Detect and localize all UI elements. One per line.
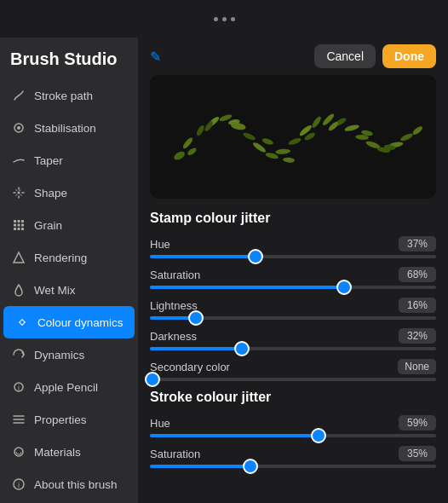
slider-value-stamp-sliders-2: 16%	[399, 298, 436, 313]
dot-2	[222, 17, 227, 21]
slider-track-stamp-sliders-1[interactable]	[150, 286, 436, 289]
slider-track-stroke-sliders-1[interactable]	[150, 465, 436, 468]
slider-thumb-stamp-sliders-2[interactable]	[188, 310, 204, 326]
sidebar-item-label-dynamics: Dynamics	[34, 349, 84, 361]
content-header: ✎ Cancel Done	[138, 38, 448, 75]
stamp-section-title: Stamp colour jitter	[150, 211, 436, 226]
sidebar-item-label-shape: Shape	[34, 187, 67, 199]
sidebar-item-colour-dynamics[interactable]: Colour dynamics	[3, 306, 135, 338]
sidebar-item-label-apple-pencil: Apple Pencil	[34, 381, 98, 394]
taper-icon	[10, 152, 27, 169]
cancel-button[interactable]: Cancel	[314, 44, 376, 68]
sidebar-item-wet-mix[interactable]: Wet Mix	[0, 274, 138, 306]
slider-fill-stamp-sliders-3	[150, 347, 242, 350]
done-button[interactable]: Done	[382, 44, 436, 68]
materials-icon	[10, 443, 27, 460]
properties-icon	[10, 411, 27, 428]
slider-value-stamp-sliders-4: None	[398, 359, 436, 374]
slider-row-stamp-sliders-0: Hue37%	[150, 236, 436, 258]
sidebar-item-label-rendering: Rendering	[34, 252, 87, 264]
slider-fill-stroke-sliders-1	[150, 465, 250, 468]
content-header-left: ✎	[150, 49, 161, 65]
svg-marker-12	[14, 252, 24, 263]
sidebar-item-label-wet-mix: Wet Mix	[34, 284, 76, 297]
svg-point-1	[17, 126, 20, 130]
shape-icon	[10, 184, 27, 201]
wet-mix-icon	[10, 281, 27, 298]
top-header	[0, 0, 448, 38]
slider-track-stamp-sliders-4[interactable]	[150, 378, 436, 381]
slider-label-stroke-sliders-0: Hue	[150, 417, 170, 430]
sidebar-item-stabilisation[interactable]: Stabilisation	[0, 112, 138, 144]
sidebar-item-properties[interactable]: Properties	[0, 403, 138, 436]
slider-thumb-stroke-sliders-1[interactable]	[243, 459, 258, 474]
slider-fill-stamp-sliders-1	[150, 286, 344, 289]
slider-row-stroke-sliders-0: Hue59%	[150, 415, 436, 437]
edit-icon[interactable]: ✎	[150, 49, 161, 65]
slider-thumb-stamp-sliders-0[interactable]	[248, 249, 263, 264]
sidebar-item-grain[interactable]: Grain	[0, 209, 138, 241]
dot-1	[214, 17, 218, 21]
sidebar-item-materials[interactable]: Materials	[0, 436, 138, 468]
slider-row-stroke-sliders-1: Saturation35%	[150, 446, 436, 468]
slider-row-stamp-sliders-3: Darkness32%	[150, 328, 436, 350]
slider-label-stamp-sliders-1: Saturation	[150, 269, 200, 281]
svg-rect-10	[18, 228, 20, 230]
brush-preview	[150, 75, 436, 199]
slider-track-stamp-sliders-3[interactable]	[150, 347, 436, 350]
slider-label-stamp-sliders-3: Darkness	[150, 330, 197, 343]
svg-rect-4	[18, 220, 20, 223]
sidebar-item-apple-pencil[interactable]: iApple Pencil	[0, 371, 138, 403]
sidebar-item-label-stroke-path: Stroke path	[34, 90, 93, 102]
svg-text:i: i	[18, 384, 20, 392]
stroke-path-icon	[10, 87, 27, 104]
rendering-icon	[10, 249, 27, 266]
slider-row-stamp-sliders-2: Lightness16%	[150, 298, 436, 320]
svg-rect-8	[21, 224, 24, 227]
svg-point-13	[20, 321, 24, 324]
sidebar-item-label-taper: Taper	[34, 154, 63, 167]
slider-label-stamp-sliders-2: Lightness	[150, 299, 198, 312]
sidebar-item-dynamics[interactable]: Dynamics	[0, 338, 138, 371]
slider-label-stamp-sliders-0: Hue	[150, 238, 170, 251]
svg-rect-6	[14, 224, 16, 227]
slider-label-stroke-sliders-1: Saturation	[150, 448, 200, 460]
grain-icon	[10, 217, 27, 234]
slider-value-stamp-sliders-0: 37%	[399, 236, 436, 252]
slider-thumb-stamp-sliders-3[interactable]	[234, 341, 250, 356]
slider-thumb-stamp-sliders-4[interactable]	[145, 372, 160, 387]
sidebar-item-taper[interactable]: Taper	[0, 144, 138, 176]
svg-rect-5	[21, 220, 24, 223]
sidebar-item-stroke-path[interactable]: Stroke path	[0, 79, 138, 112]
sidebar-item-label-stabilisation: Stabilisation	[34, 122, 96, 135]
sidebar-item-label-grain: Grain	[34, 219, 62, 232]
svg-rect-7	[18, 224, 20, 227]
sidebar-item-shape[interactable]: Shape	[0, 176, 138, 209]
apple-pencil-icon: i	[10, 379, 27, 396]
about-icon: i	[10, 476, 27, 493]
slider-track-stroke-sliders-0[interactable]	[150, 434, 436, 437]
slider-value-stamp-sliders-3: 32%	[399, 328, 436, 344]
slider-fill-stroke-sliders-0	[150, 434, 319, 437]
slider-thumb-stroke-sliders-0[interactable]	[311, 428, 326, 443]
sidebar-item-label-colour-dynamics: Colour dynamics	[37, 316, 123, 329]
slider-label-stamp-sliders-4: Secondary color	[150, 361, 230, 373]
svg-rect-3	[14, 220, 16, 223]
slider-row-stamp-sliders-4: Secondary colorNone	[150, 359, 436, 381]
sidebar-item-label-about: About this brush	[34, 478, 118, 491]
slider-track-stamp-sliders-0[interactable]	[150, 255, 436, 258]
svg-text:i: i	[18, 481, 20, 489]
slider-value-stamp-sliders-1: 68%	[399, 267, 436, 282]
sidebar-item-rendering[interactable]: Rendering	[0, 241, 138, 274]
slider-fill-stamp-sliders-0	[150, 255, 256, 258]
slider-thumb-stamp-sliders-1[interactable]	[336, 280, 352, 295]
content-panel: ✎ Cancel Done	[138, 38, 448, 503]
dynamics-icon	[10, 346, 27, 363]
stroke-section-title: Stroke colour jitter	[150, 390, 436, 405]
slider-track-stamp-sliders-2[interactable]	[150, 316, 436, 320]
sidebar-item-about[interactable]: iAbout this brush	[0, 468, 138, 500]
slider-row-stamp-sliders-1: Saturation68%	[150, 267, 436, 289]
header-dots	[214, 17, 235, 21]
sidebar: Brush Studio Stroke pathStabilisationTap…	[0, 38, 138, 503]
sidebar-item-label-properties: Properties	[34, 413, 87, 426]
